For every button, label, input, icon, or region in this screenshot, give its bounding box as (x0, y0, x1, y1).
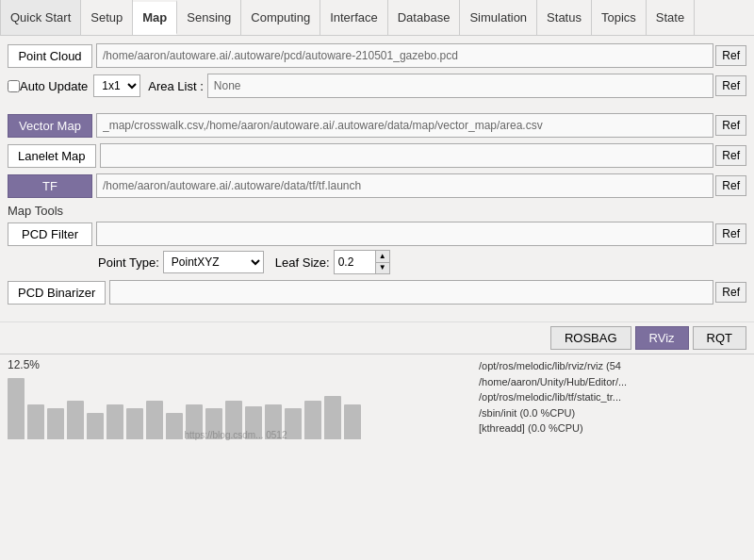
maptools-section: Map Tools PCD Filter Ref Point Type: Poi… (8, 204, 746, 305)
tf-input[interactable] (96, 173, 713, 198)
chart-bar (67, 401, 84, 439)
pcdfilter-row: PCD Filter Ref (8, 222, 746, 246)
log-line: /opt/ros/melodic/lib/rviz/rviz (54 (479, 358, 746, 374)
rqt-button[interactable]: RQT (693, 326, 746, 350)
pointtype-select[interactable]: PointXYZ PointXYZI PointXYZRGB (163, 251, 264, 273)
pointtype-row: Point Type: PointXYZ PointXYZI PointXYZR… (98, 250, 746, 274)
rviz-button[interactable]: RViz (635, 326, 689, 350)
log-area: /opt/ros/melodic/lib/rviz/rviz (54/home/… (471, 354, 754, 448)
pointcloud-ref-button[interactable]: Ref (715, 45, 746, 66)
chart-bar (47, 408, 64, 439)
autoupdate-checkbox[interactable] (8, 80, 20, 92)
pcdfilter-ref-button[interactable]: Ref (715, 223, 746, 244)
chart-bar (285, 408, 302, 439)
menubar-item-setup[interactable]: Setup (81, 0, 133, 35)
menubar-item-computing[interactable]: Computing (241, 0, 320, 35)
chart-bar (324, 396, 341, 439)
pointcloud-row: Point Cloud Ref (8, 43, 746, 68)
leafsize-spinner: ▲ ▼ (334, 250, 390, 274)
rosbag-button[interactable]: ROSBAG (550, 326, 631, 350)
vectormap-row: Vector Map Ref (8, 113, 746, 138)
vectormap-input[interactable] (96, 113, 713, 138)
menubar: Quick StartSetupMapSensingComputingInter… (0, 0, 754, 36)
pcdbinarizer-row: PCD Binarizer Ref (8, 280, 746, 305)
spinner-buttons: ▲ ▼ (376, 250, 390, 274)
pointcloud-input[interactable] (96, 43, 713, 68)
status-area: 12.5% https://blog.csdm... 0512 /opt/ros… (0, 354, 754, 448)
pointtype-label: Point Type: (98, 255, 159, 270)
pcdfilter-input[interactable] (96, 222, 713, 246)
area-list-input[interactable] (207, 74, 714, 98)
laneletmap-row: Lanelet Map Ref (8, 143, 746, 168)
menubar-item-quick-start[interactable]: Quick Start (0, 0, 81, 35)
chart-bar (107, 404, 123, 439)
pcdbinarizer-ref-button[interactable]: Ref (715, 282, 746, 303)
autoupdate-dropdown[interactable]: 1x1 3x3 5x5 (93, 74, 140, 97)
pcdbinarizer-input[interactable] (109, 280, 713, 305)
pointcloud-button[interactable]: Point Cloud (8, 44, 92, 68)
menubar-item-map[interactable]: Map (133, 0, 177, 35)
menubar-item-status[interactable]: Status (537, 0, 592, 35)
menubar-item-topics[interactable]: Topics (592, 0, 647, 35)
chart-bar (146, 401, 163, 439)
laneletmap-ref-button[interactable]: Ref (715, 145, 746, 166)
chart-bar (344, 404, 361, 439)
area-list-ref-button[interactable]: Ref (715, 75, 746, 96)
log-line: [kthreadd] (0.0 %CPU) (479, 420, 746, 436)
laneletmap-button[interactable]: Lanelet Map (8, 144, 96, 168)
tf-row: TF Ref (8, 173, 746, 198)
menubar-item-simulation[interactable]: Simulation (460, 0, 537, 35)
pcdbinarizer-button[interactable]: PCD Binarizer (8, 281, 106, 305)
main-content: Point Cloud Ref Auto Update 1x1 3x3 5x5 … (0, 36, 754, 318)
tf-ref-button[interactable]: Ref (715, 175, 746, 196)
leafsize-label: Leaf Size: (275, 255, 330, 270)
leafsize-input[interactable] (334, 250, 376, 274)
log-line: /home/aaron/Unity/Hub/Editor/... (479, 374, 746, 390)
maptools-label: Map Tools (8, 204, 746, 218)
menubar-item-database[interactable]: Database (388, 0, 461, 35)
chart-bar (27, 404, 44, 439)
menubar-item-state[interactable]: State (647, 0, 695, 35)
autoupdate-row: Auto Update 1x1 3x3 5x5 Area List : Ref (8, 74, 746, 98)
menubar-item-interface[interactable]: Interface (320, 0, 388, 35)
laneletmap-input[interactable] (100, 143, 714, 168)
vectormap-button[interactable]: Vector Map (8, 114, 92, 138)
tf-button[interactable]: TF (8, 174, 92, 198)
log-line: /opt/ros/melodic/lib/tf/static_tr... (479, 389, 746, 405)
chart-bar (87, 413, 104, 439)
autoupdate-label: Auto Update (20, 79, 88, 93)
pcdfilter-button[interactable]: PCD Filter (8, 222, 92, 246)
spinner-up-button[interactable]: ▲ (376, 251, 389, 263)
chart-label: 12.5% (8, 358, 464, 371)
log-line: /sbin/init (0.0 %CPU) (479, 405, 746, 421)
bottom-toolbar: ROSBAG RViz RQT (0, 321, 754, 354)
chart-bar (166, 413, 183, 439)
chart-bar (8, 378, 25, 439)
vectormap-ref-button[interactable]: Ref (715, 115, 746, 136)
watermark: https://blog.csdm... 0512 (185, 430, 287, 440)
menubar-item-sensing[interactable]: Sensing (177, 0, 241, 35)
chart-bar (304, 401, 321, 439)
spinner-down-button[interactable]: ▼ (376, 263, 389, 274)
chart-bar (126, 408, 143, 439)
toolbar-buttons: ROSBAG RViz RQT (550, 326, 746, 350)
area-list-label: Area List : (148, 79, 204, 93)
chart-area: 12.5% https://blog.csdm... 0512 (0, 354, 471, 448)
